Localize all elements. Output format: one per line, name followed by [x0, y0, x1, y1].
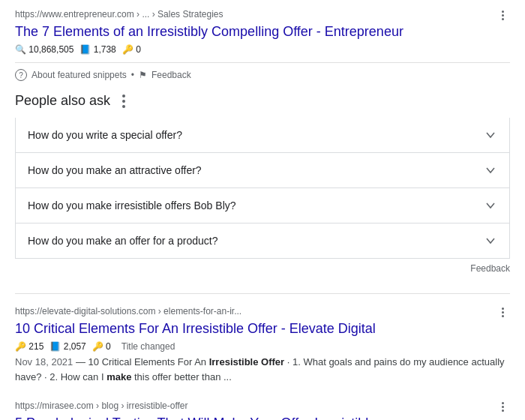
paa-title: People also ask [15, 93, 110, 109]
paa-item-0[interactable]: How do you write a special offer? [15, 118, 510, 153]
paa-menu-button[interactable] [116, 94, 131, 109]
result3-menu-button[interactable] [495, 399, 510, 414]
menu-dot [502, 406, 504, 408]
menu-dot [122, 105, 125, 108]
result-title-2[interactable]: 10 Critical Elements For An Irresistible… [15, 320, 510, 338]
snippet-feedback-link[interactable]: Feedback [152, 70, 191, 80]
chevron-down-icon [484, 199, 497, 212]
chevron-down-icon [484, 128, 497, 142]
menu-dot [502, 410, 504, 412]
title-changed-badge: Title changed [122, 341, 176, 352]
result-url-2: https://elevate-digital-solutions.com › … [15, 306, 242, 316]
result-title-1[interactable]: The 7 Elements of an Irresistibly Compel… [15, 22, 510, 41]
result-block-3: https://mirasee.com › blog › irresistibl… [15, 399, 510, 420]
chevron-down-icon [484, 234, 497, 248]
menu-dot [502, 308, 504, 310]
result-stats-1: 🔍 10,868,505 📘 1,738 🔑 0 [15, 44, 510, 55]
result-url-1: https://www.entrepreneur.com › ... › Sal… [15, 9, 223, 20]
menu-dot [502, 18, 504, 20]
feedback-flag-icon: ⚑ [139, 70, 147, 80]
result-url-3: https://mirasee.com › blog › irresistibl… [15, 400, 188, 411]
result-snippet-2: Nov 18, 2021 — 10 Critical Elements For … [15, 355, 510, 384]
paa-feedback-row: Feedback [15, 262, 510, 281]
result2-menu-button[interactable] [495, 304, 510, 320]
result-stats-2: 🔑 215 📘 2,057 🔑 0 Title changed [15, 341, 510, 352]
people-also-ask-section: People also ask How do you write a speci… [15, 93, 510, 281]
about-featured-snippets-link[interactable]: About featured snippets [32, 70, 127, 80]
menu-dot [502, 14, 504, 16]
paa-item-3[interactable]: How do you make an offer for a product? [15, 224, 510, 259]
paa-question-3: How do you make an offer for a product? [28, 235, 218, 247]
paa-question-2: How do you make irresistible offers Bob … [28, 200, 236, 212]
menu-dot [502, 402, 504, 404]
menu-dot [502, 311, 504, 314]
result-block-1: https://www.entrepreneur.com › ... › Sal… [15, 8, 510, 55]
about-snippets-icon[interactable]: ? [15, 69, 27, 81]
paa-item-2[interactable]: How do you make irresistible offers Bob … [15, 188, 510, 224]
paa-question-1: How do you make an attractive offer? [28, 164, 202, 176]
menu-dot [122, 100, 125, 103]
menu-dot [122, 94, 125, 98]
paa-question-0: How do you write a special offer? [28, 129, 182, 141]
paa-header: People also ask [15, 93, 510, 109]
menu-dot [502, 10, 504, 13]
result-title-3[interactable]: 5 Psychological Tactics That Will Make Y… [15, 414, 510, 420]
snippet-feedback-bar: ? About featured snippets • ⚑ Feedback [15, 62, 510, 81]
result1-menu-button[interactable] [495, 8, 510, 22]
menu-dot [502, 315, 504, 317]
chevron-down-icon [484, 164, 497, 177]
paa-item-1[interactable]: How do you make an attractive offer? [15, 153, 510, 188]
paa-feedback-link[interactable]: Feedback [470, 263, 510, 274]
result-block-2: https://elevate-digital-solutions.com › … [15, 293, 510, 384]
separator: • [131, 70, 134, 80]
